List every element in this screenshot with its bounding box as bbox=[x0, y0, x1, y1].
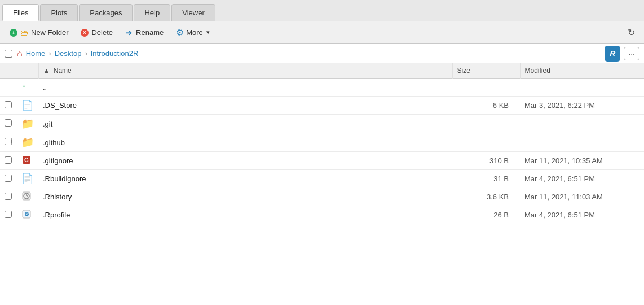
row-checkbox[interactable] bbox=[5, 211, 12, 218]
breadcrumb-sep-2: › bbox=[85, 49, 87, 58]
select-all-checkbox[interactable] bbox=[5, 50, 12, 58]
table-row[interactable]: 📁.github bbox=[0, 133, 644, 152]
file-modified bbox=[520, 133, 644, 152]
tab-plots[interactable]: Plots bbox=[40, 4, 78, 21]
tab-files[interactable]: Files bbox=[2, 4, 39, 21]
file-name[interactable]: .git bbox=[38, 115, 452, 133]
file-name[interactable]: .gitignore bbox=[38, 152, 452, 170]
file-icon-cell: 📄 bbox=[17, 97, 38, 115]
breadcrumb-bar: ⌂ Home › Desktop › Introduction2R R ··· bbox=[0, 44, 644, 63]
r-logo: R bbox=[605, 46, 620, 62]
file-name[interactable]: .github bbox=[38, 133, 452, 152]
file-icon-cell: ⚙ bbox=[17, 206, 38, 224]
new-folder-label: New Folder bbox=[31, 28, 68, 37]
row-checkbox[interactable] bbox=[5, 175, 12, 182]
more-arrow-icon: ▾ bbox=[206, 29, 210, 36]
svg-text:⚙: ⚙ bbox=[24, 211, 29, 217]
file-modified: Mar 3, 2021, 6:22 PM bbox=[520, 97, 644, 115]
file-name[interactable]: .. bbox=[38, 79, 452, 97]
delete-button[interactable]: Delete bbox=[76, 25, 118, 40]
sort-arrow-icon: ▲ bbox=[43, 67, 50, 75]
delete-icon bbox=[81, 29, 89, 37]
file-icon-cell: ↑ bbox=[17, 79, 38, 97]
table-row[interactable]: 📄.DS_Store6 KBMar 3, 2021, 6:22 PM bbox=[0, 97, 644, 115]
delete-label: Delete bbox=[91, 28, 113, 37]
breadcrumb-home[interactable]: Home bbox=[26, 49, 46, 58]
breadcrumb-desktop[interactable]: Desktop bbox=[55, 49, 82, 58]
svg-text:G: G bbox=[24, 157, 29, 163]
folder-icon: 🗁 bbox=[20, 28, 29, 37]
new-folder-button[interactable]: 🗁 New Folder bbox=[5, 25, 73, 40]
table-row[interactable]: 📄.Rbuildignore31 BMar 4, 2021, 6:51 PM bbox=[0, 170, 644, 188]
file-modified bbox=[520, 115, 644, 133]
row-checkbox[interactable] bbox=[5, 193, 12, 200]
file-size: 310 B bbox=[452, 152, 520, 170]
refresh-button[interactable]: ↻ bbox=[623, 25, 639, 40]
rename-button[interactable]: ➜ Rename bbox=[120, 25, 169, 41]
col-icon bbox=[17, 63, 38, 79]
file-icon-cell: G bbox=[17, 152, 38, 170]
row-checkbox[interactable] bbox=[5, 101, 12, 108]
col-checkbox bbox=[0, 63, 17, 79]
table-row[interactable]: .Rhistory3.6 KBMar 11, 2021, 11:03 AM bbox=[0, 188, 644, 206]
file-size bbox=[452, 79, 520, 97]
table-header-row: ▲ Name Size Modified bbox=[0, 63, 644, 79]
breadcrumb-more-button[interactable]: ··· bbox=[624, 47, 639, 60]
file-name[interactable]: .Rhistory bbox=[38, 188, 452, 206]
more-label: More bbox=[186, 28, 203, 37]
file-modified: Mar 11, 2021, 10:35 AM bbox=[520, 152, 644, 170]
new-folder-icon bbox=[10, 29, 17, 37]
file-table: ▲ Name Size Modified ↑..📄.DS_Store6 KBMa… bbox=[0, 63, 644, 224]
file-modified: Mar 4, 2021, 6:51 PM bbox=[520, 206, 644, 224]
file-name[interactable]: .DS_Store bbox=[38, 97, 452, 115]
table-row[interactable]: ↑.. bbox=[0, 79, 644, 97]
tab-bar: Files Plots Packages Help Viewer bbox=[0, 0, 644, 21]
breadcrumb-current: Introduction2R bbox=[91, 49, 139, 58]
file-icon-cell bbox=[17, 188, 38, 206]
file-icon-cell: 📄 bbox=[17, 170, 38, 188]
breadcrumb-sep-1: › bbox=[48, 49, 51, 58]
refresh-icon: ↻ bbox=[628, 28, 635, 37]
file-size: 6 KB bbox=[452, 97, 520, 115]
home-icon: ⌂ bbox=[17, 49, 23, 59]
file-icon-cell: 📁 bbox=[17, 133, 38, 152]
file-modified bbox=[520, 79, 644, 97]
col-name[interactable]: ▲ Name bbox=[38, 63, 452, 79]
file-size bbox=[452, 133, 520, 152]
more-button[interactable]: ⚙ More ▾ bbox=[171, 24, 215, 41]
file-list: ▲ Name Size Modified ↑..📄.DS_Store6 KBMa… bbox=[0, 63, 644, 305]
file-modified: Mar 11, 2021, 11:03 AM bbox=[520, 188, 644, 206]
file-icon-cell: 📁 bbox=[17, 115, 38, 133]
row-checkbox[interactable] bbox=[5, 119, 12, 127]
rename-icon: ➜ bbox=[125, 28, 133, 38]
col-name-label: Name bbox=[54, 67, 72, 75]
rename-label: Rename bbox=[136, 28, 164, 37]
gear-icon: ⚙ bbox=[176, 27, 184, 38]
file-name[interactable]: .Rbuildignore bbox=[38, 170, 452, 188]
col-modified[interactable]: Modified bbox=[520, 63, 644, 79]
file-size: 26 B bbox=[452, 206, 520, 224]
table-row[interactable]: G.gitignore310 BMar 11, 2021, 10:35 AM bbox=[0, 152, 644, 170]
main-content: 🗁 New Folder Delete ➜ Rename ⚙ More ▾ ↻ … bbox=[0, 21, 644, 305]
tab-help[interactable]: Help bbox=[134, 4, 170, 21]
tab-viewer[interactable]: Viewer bbox=[171, 4, 215, 21]
table-row[interactable]: 📁.git bbox=[0, 115, 644, 133]
toolbar: 🗁 New Folder Delete ➜ Rename ⚙ More ▾ ↻ bbox=[0, 21, 644, 44]
file-size bbox=[452, 115, 520, 133]
table-row[interactable]: ⚙.Rprofile26 BMar 4, 2021, 6:51 PM bbox=[0, 206, 644, 224]
col-size[interactable]: Size bbox=[452, 63, 520, 79]
file-name[interactable]: .Rprofile bbox=[38, 206, 452, 224]
breadcrumb-right: R ··· bbox=[605, 46, 639, 62]
row-checkbox[interactable] bbox=[5, 156, 12, 164]
row-checkbox[interactable] bbox=[5, 138, 12, 145]
file-modified: Mar 4, 2021, 6:51 PM bbox=[520, 170, 644, 188]
file-size: 3.6 KB bbox=[452, 188, 520, 206]
tab-packages[interactable]: Packages bbox=[79, 4, 133, 21]
file-size: 31 B bbox=[452, 170, 520, 188]
